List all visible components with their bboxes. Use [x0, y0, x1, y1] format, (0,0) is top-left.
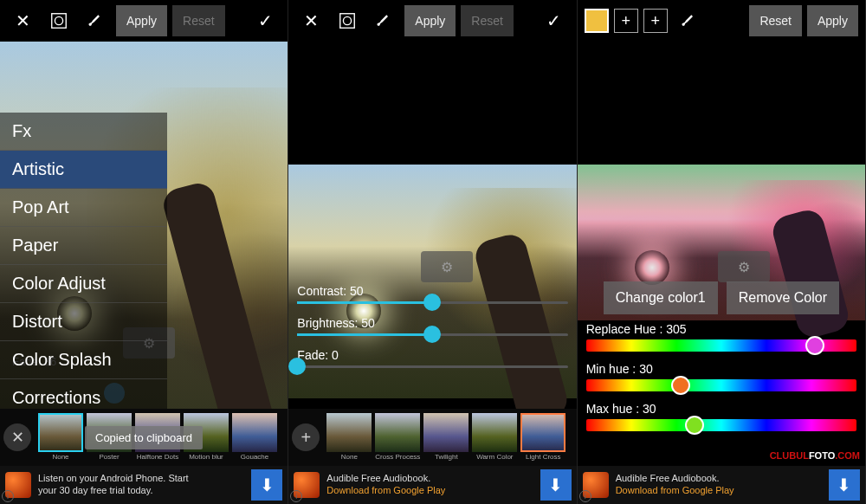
hue-sliders: Replace Hue : 305Min hue : 30Max hue : 3… [586, 322, 856, 442]
panel-fx-menu: ✕ Apply Reset ✓ ⚙ Fade: 36 FxArtisticPop… [0, 0, 288, 504]
hue-slider-2: Max hue : 30 [586, 402, 856, 431]
menu-item-artistic[interactable]: Artistic [0, 151, 167, 189]
thumb-twilight[interactable]: Twilight [423, 413, 469, 462]
reset-button[interactable]: Reset [461, 5, 514, 36]
hue-track[interactable] [586, 379, 856, 391]
hue-track[interactable] [586, 419, 856, 431]
slider-handle[interactable] [288, 358, 306, 375]
fx-category-menu: FxArtisticPop ArtPaperColor AdjustDistor… [0, 113, 167, 417]
slider-track[interactable] [297, 301, 567, 304]
ad-banner[interactable]: i Audible Free Audiobook. Download from … [578, 466, 865, 504]
hue-handle[interactable] [671, 376, 690, 395]
hue-label: Max hue : 30 [586, 402, 856, 416]
thumb-warm-color[interactable]: Warm Color [472, 413, 517, 462]
thumb-cross-process[interactable]: Cross Process [375, 413, 420, 462]
slider-brightness: Brightness: 50 [297, 316, 567, 336]
ad-info-icon[interactable]: i [290, 490, 302, 502]
thumb-label: Warm Color [472, 452, 517, 462]
panel-color-replace: + + Reset Apply ⚙ Change color1 Remove C… [578, 0, 866, 504]
hue-label: Min hue : 30 [586, 362, 856, 376]
slider-contrast: Contrast: 50 [297, 284, 567, 304]
thumb-label: Halftone Dots [135, 452, 180, 462]
change-color-button[interactable]: Change color1 [604, 281, 718, 314]
color-action-row: Change color1 Remove Color [578, 281, 865, 314]
toolbar: ✕ Apply Reset ✓ [0, 0, 288, 42]
hue-handle[interactable] [805, 336, 824, 355]
svg-rect-0 [52, 14, 67, 29]
menu-item-pop-art[interactable]: Pop Art [0, 189, 167, 227]
menu-item-distort[interactable]: Distort [0, 303, 167, 341]
svg-rect-2 [340, 14, 355, 29]
close-icon[interactable]: ✕ [7, 5, 38, 36]
slider-handle[interactable] [423, 294, 441, 311]
menu-item-color-splash[interactable]: Color Splash [0, 341, 167, 379]
ad-text: Listen on your Android Phone. Start your… [38, 473, 244, 497]
slider-label: Fade: 0 [297, 348, 567, 362]
hue-track[interactable] [586, 339, 856, 352]
ad-text: Audible Free Audiobook. Download from Go… [326, 473, 533, 497]
reset-button[interactable]: Reset [749, 5, 802, 36]
thumb-label: Gouache [232, 452, 277, 462]
thumb-label: Motion blur [184, 452, 229, 462]
settings-float-icon[interactable]: ⚙ [718, 251, 770, 282]
ad-text: Audible Free Audiobook. Download from Go… [616, 473, 822, 497]
hue-handle[interactable] [685, 416, 704, 435]
brush-icon[interactable] [80, 5, 111, 36]
svg-point-1 [55, 16, 62, 24]
confirm-icon[interactable]: ✓ [539, 5, 570, 36]
adjust-sliders: Contrast: 50Brightness: 50Fade: 0 [297, 284, 567, 380]
ad-banner[interactable]: i Audible Free Audiobook. Download from … [288, 466, 576, 504]
hue-slider-0: Replace Hue : 305 [586, 322, 856, 352]
svg-point-3 [344, 16, 352, 24]
toolbar: ✕ Apply Reset ✓ [288, 0, 576, 42]
apply-button[interactable]: Apply [404, 5, 456, 36]
hue-slider-1: Min hue : 30 [586, 362, 856, 391]
menu-item-color-adjust[interactable]: Color Adjust [0, 265, 167, 303]
menu-item-paper[interactable]: Paper [0, 227, 167, 265]
toast-message: Copied to clipboard [85, 426, 203, 449]
slider-track[interactable] [297, 365, 567, 368]
thumb-label: Twilight [423, 452, 469, 462]
add-preset-button[interactable]: + [292, 423, 320, 451]
apply-button[interactable]: Apply [116, 5, 167, 36]
thumb-none[interactable]: None [38, 413, 83, 462]
mask-icon[interactable] [43, 5, 74, 36]
ad-banner[interactable]: i Listen on your Android Phone. Start yo… [0, 466, 288, 504]
thumb-label: Poster [87, 452, 132, 462]
close-icon[interactable]: ✕ [295, 5, 326, 36]
color-swatch-primary[interactable] [585, 9, 609, 33]
slider-handle[interactable] [423, 326, 441, 343]
thumb-label: Light Cross [520, 452, 565, 462]
menu-item-fx[interactable]: Fx [0, 113, 167, 151]
toolbar: + + Reset Apply [578, 0, 865, 42]
ad-info-icon[interactable]: i [579, 490, 591, 502]
slider-track[interactable] [297, 333, 567, 336]
thumb-label: None [326, 452, 372, 462]
thumb-none[interactable]: None [326, 413, 372, 462]
close-thumbs-button[interactable]: ✕ [3, 423, 31, 451]
download-icon[interactable]: ⬇ [829, 469, 860, 501]
thumb-label: None [38, 452, 83, 462]
settings-float-icon[interactable]: ⚙ [421, 251, 473, 282]
apply-button[interactable]: Apply [807, 5, 858, 36]
download-icon[interactable]: ⬇ [540, 469, 572, 501]
download-icon[interactable]: ⬇ [251, 469, 282, 501]
thumbnail-strip: ✕ NonePosterHalftone DotsMotion blurGoua… [0, 409, 288, 466]
hue-label: Replace Hue : 305 [586, 322, 856, 336]
remove-color-button[interactable]: Remove Color [727, 281, 839, 314]
ad-info-icon[interactable]: i [2, 490, 14, 502]
watermark: CLUBULFOTO.COM [770, 450, 860, 461]
add-color-button[interactable]: + [614, 9, 638, 33]
slider-fade: Fade: 0 [297, 348, 567, 368]
mask-icon[interactable] [332, 5, 363, 36]
reset-button[interactable]: Reset [172, 5, 225, 36]
thumb-label: Cross Process [375, 452, 420, 462]
add-color-button-2[interactable]: + [643, 9, 668, 33]
thumb-gouache[interactable]: Gouache [232, 413, 277, 462]
thumb-light-cross[interactable]: Light Cross [520, 413, 565, 462]
brush-icon[interactable] [673, 5, 704, 36]
thumbnail-strip: + NoneCross ProcessTwilightWarm ColorLig… [288, 409, 576, 466]
confirm-icon[interactable]: ✓ [249, 5, 281, 36]
brush-icon[interactable] [368, 5, 399, 36]
panel-adjust-sliders: ✕ Apply Reset ✓ ⚙ Contrast: 50Brightness… [288, 0, 577, 504]
